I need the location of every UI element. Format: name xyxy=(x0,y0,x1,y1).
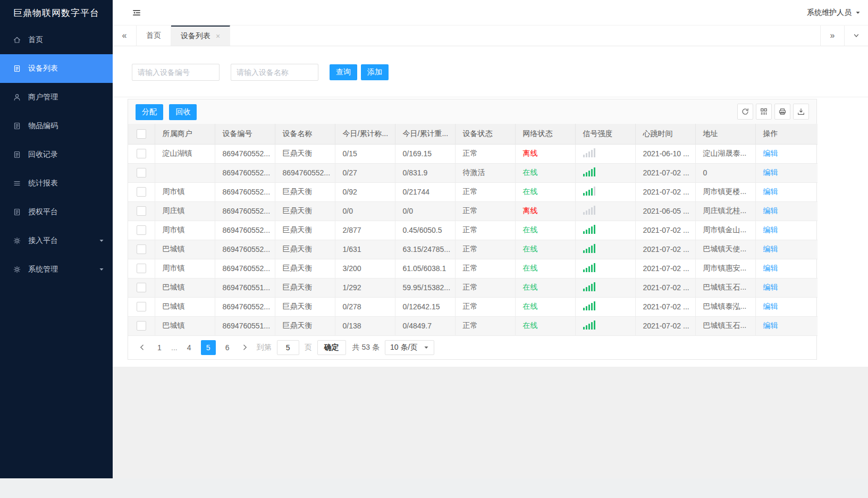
doc-icon xyxy=(13,150,21,159)
cell-today-weight: 0/831.9 xyxy=(395,163,455,182)
sidebar-item-auth-platform[interactable]: 授权平台 xyxy=(0,198,113,226)
row-checkbox[interactable] xyxy=(137,168,146,178)
sidebar-item-system-mgmt[interactable]: 系统管理 xyxy=(0,255,113,284)
cell-device-status: 正常 xyxy=(455,278,515,297)
recycle-button[interactable]: 回收 xyxy=(169,104,197,120)
column-header: 地址 xyxy=(695,124,755,144)
cell-device-status: 待激活 xyxy=(455,163,515,182)
next-page-button[interactable] xyxy=(241,344,248,351)
user-menu[interactable]: 系统维护人员 xyxy=(807,8,861,18)
row-checkbox[interactable] xyxy=(137,264,146,273)
row-checkbox[interactable] xyxy=(137,187,146,197)
cell-today-count: 2/877 xyxy=(335,221,395,240)
device-name-input[interactable] xyxy=(231,64,318,81)
doc-icon xyxy=(13,122,21,130)
sidebar-item-stats-report[interactable]: 统计报表 xyxy=(0,169,113,198)
row-checkbox[interactable] xyxy=(137,206,146,216)
gear-icon xyxy=(13,265,21,274)
print-button[interactable] xyxy=(774,104,790,120)
sidebar-item-merchant-mgmt[interactable]: 商户管理 xyxy=(0,83,113,112)
tab-label: 首页 xyxy=(146,31,161,40)
sidebar-item-device-list[interactable]: 设备列表 xyxy=(0,54,113,83)
tabs-scroll-left-button[interactable]: « xyxy=(113,26,137,46)
goto-page-input[interactable] xyxy=(277,340,299,355)
sidebar-item-label: 商户管理 xyxy=(28,92,58,102)
page-button-6[interactable]: 6 xyxy=(220,340,235,355)
query-button[interactable]: 查询 xyxy=(330,64,357,80)
device-no-input[interactable] xyxy=(132,64,220,81)
prev-page-button[interactable] xyxy=(139,344,146,351)
tab-首页[interactable]: 首页 xyxy=(137,26,171,46)
edit-link[interactable]: 编辑 xyxy=(763,244,778,253)
assign-button[interactable]: 分配 xyxy=(136,104,163,120)
cell-signal-strength xyxy=(575,259,635,278)
edit-link[interactable]: 编辑 xyxy=(763,264,778,272)
sidebar-item-item-code[interactable]: 物品编码 xyxy=(0,112,113,140)
row-checkbox[interactable] xyxy=(137,244,146,254)
page-button-5[interactable]: 5 xyxy=(201,340,216,355)
cell-device-status: 正常 xyxy=(455,201,515,221)
edit-link[interactable]: 编辑 xyxy=(763,321,778,330)
refresh-button[interactable] xyxy=(737,104,753,120)
cell-network-status: 在线 xyxy=(515,278,575,297)
sidebar-collapse-icon[interactable] xyxy=(132,8,141,18)
cell-today-count: 0/278 xyxy=(335,297,395,316)
cell-signal-strength xyxy=(575,240,635,259)
row-checkbox[interactable] xyxy=(137,321,146,331)
cell-device-no: 8694760552... xyxy=(215,240,275,259)
columns-button[interactable] xyxy=(756,104,772,120)
export-button[interactable] xyxy=(793,104,809,120)
sidebar-item-access-platform[interactable]: 接入平台 xyxy=(0,226,113,255)
edit-link[interactable]: 编辑 xyxy=(763,225,778,234)
cell-device-no: 8694760551... xyxy=(215,316,275,335)
column-header: 心跳时间 xyxy=(635,124,695,144)
cell-network-status: 在线 xyxy=(515,221,575,240)
cell-heartbeat: 2021-06-10 ... xyxy=(635,144,695,163)
cell-device-no: 8694760552... xyxy=(215,182,275,201)
edit-link[interactable]: 编辑 xyxy=(763,187,778,196)
confirm-button[interactable]: 确定 xyxy=(317,340,346,355)
cell-device-status: 正常 xyxy=(455,240,515,259)
cell-heartbeat: 2021-07-02 ... xyxy=(635,316,695,335)
edit-link[interactable]: 编辑 xyxy=(763,168,778,176)
page-size-select[interactable]: 10 条/页 xyxy=(385,340,434,355)
toolbar-right xyxy=(735,104,809,120)
toolbar-left: 分配 回收 xyxy=(136,104,197,120)
cell-signal-strength xyxy=(575,278,635,297)
edit-link[interactable]: 编辑 xyxy=(763,149,778,157)
sidebar-item-home[interactable]: 首页 xyxy=(0,26,113,54)
tab-close-icon[interactable]: × xyxy=(216,32,220,40)
page-button-1[interactable]: 1 xyxy=(152,340,167,355)
table-row: 8694760552...8694760552...0/270/831.9待激活… xyxy=(128,163,818,182)
tab-设备列表[interactable]: 设备列表× xyxy=(171,26,230,46)
row-checkbox[interactable] xyxy=(137,283,146,292)
edit-link[interactable]: 编辑 xyxy=(763,283,778,291)
page-size-value: 10 条/页 xyxy=(390,343,417,352)
cell-signal-strength xyxy=(575,144,635,163)
add-button[interactable]: 添加 xyxy=(361,64,389,80)
cell-heartbeat: 2021-06-05 ... xyxy=(635,201,695,221)
table-toolbar: 分配 回收 xyxy=(128,99,816,124)
cell-heartbeat: 2021-07-02 ... xyxy=(635,240,695,259)
edit-link[interactable]: 编辑 xyxy=(763,302,778,310)
row-checkbox[interactable] xyxy=(137,149,146,158)
tabs-scroll-right-button[interactable]: » xyxy=(820,26,844,46)
edit-link[interactable]: 编辑 xyxy=(763,206,778,215)
table-row: 周市镇8694760552...巨鼎天衡2/8770.45/6050.5正常在线… xyxy=(128,221,818,240)
tabs-menu-button[interactable] xyxy=(844,26,868,46)
cell-device-name: 巨鼎天衡 xyxy=(275,144,335,163)
column-header: 设备名称 xyxy=(275,124,335,144)
cell-device-status: 正常 xyxy=(455,144,515,163)
sidebar: 巨鼎物联网数字平台 首页设备列表商户管理物品编码回收记录统计报表授权平台接入平台… xyxy=(0,0,113,478)
cell-device-name: 巨鼎天衡 xyxy=(275,316,335,335)
signal-bars-icon xyxy=(583,225,595,234)
row-checkbox[interactable] xyxy=(137,302,146,311)
row-checkbox[interactable] xyxy=(137,225,146,235)
page-button-4[interactable]: 4 xyxy=(182,340,197,355)
select-all-checkbox[interactable] xyxy=(137,129,146,139)
sidebar-item-recycle-record[interactable]: 回收记录 xyxy=(0,140,113,169)
columns-icon xyxy=(760,107,768,116)
cell-signal-strength xyxy=(575,163,635,182)
column-header: 信号强度 xyxy=(575,124,635,144)
cell-today-weight: 0/21744 xyxy=(395,182,455,201)
